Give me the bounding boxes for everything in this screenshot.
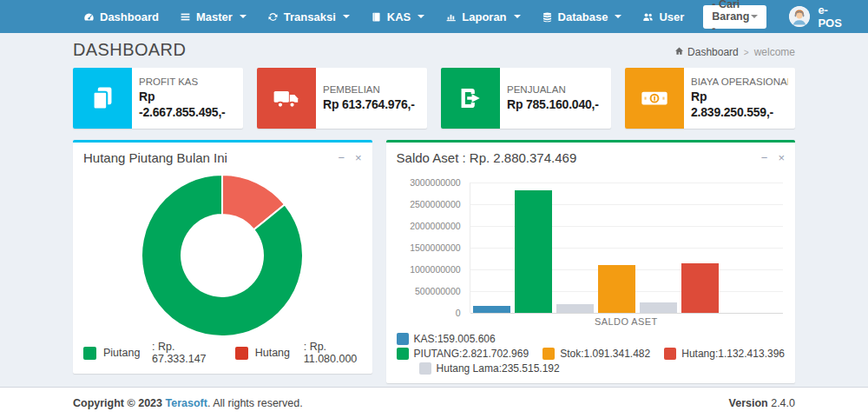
bar-chart-x-label: SALDO ASET xyxy=(470,316,783,327)
legend-text: PIUTANG:2.821.702.969 xyxy=(414,348,529,360)
money-icon xyxy=(625,68,684,129)
chevron-down-icon xyxy=(418,15,424,18)
card-biaya-operasional: BIAYA OPERASIONAL Rp 2.839.250.559,- xyxy=(625,68,795,129)
breadcrumb-dashboard-link[interactable]: Dashboard xyxy=(674,46,739,58)
chevron-down-icon xyxy=(514,15,521,18)
nav-database[interactable]: Database xyxy=(531,0,633,33)
home-icon xyxy=(674,46,684,58)
chevron-down-icon xyxy=(240,15,247,18)
y-tick-label: 1500000000 xyxy=(410,242,460,253)
legend-color-swatch xyxy=(542,348,555,360)
bar-kas xyxy=(473,306,510,313)
legend-color-swatch xyxy=(83,347,96,360)
card-label: PROFIT KAS xyxy=(139,76,226,87)
legend-item: Hutang Lama:235.515.192 xyxy=(419,362,560,375)
top-navbar: Dashboard Master Transaksi KAS xyxy=(0,0,868,33)
footer: Copyright © 2023 Terasoft. All rights re… xyxy=(0,387,868,418)
search-select[interactable]: - Cari Barang - xyxy=(703,5,766,29)
avatar xyxy=(789,6,810,27)
card-label: BIAYA OPERASIONAL xyxy=(691,76,788,87)
bar-piutang xyxy=(515,190,552,313)
y-tick-label: 0 xyxy=(456,308,461,318)
copyright-text: Copyright © 2023 xyxy=(73,397,162,409)
chevron-down-icon xyxy=(343,15,350,18)
legend-color-swatch xyxy=(664,348,676,360)
close-icon[interactable]: × xyxy=(778,152,785,163)
database-icon xyxy=(542,11,553,23)
nav-user[interactable]: User xyxy=(632,0,694,33)
legend-value: : Rp. 11.080.000 xyxy=(304,341,362,365)
nav-label: KAS xyxy=(387,10,411,23)
card-value: Rp -2.667.855.495,- xyxy=(139,89,226,120)
chevron-down-icon xyxy=(751,15,758,18)
close-icon[interactable]: × xyxy=(355,152,362,163)
bar-series xyxy=(556,304,594,313)
nav-label: Dashboard xyxy=(100,10,159,23)
nav-kas[interactable]: KAS xyxy=(360,0,435,33)
bar-chart-legend: KAS:159.005.606PIUTANG:2.821.702.969Stok… xyxy=(397,333,785,375)
bar-hutang xyxy=(681,263,719,313)
bar-legend-row: PIUTANG:2.821.702.969Stok:1.091.341.482H… xyxy=(397,348,785,360)
legend-item: PIUTANG:2.821.702.969 xyxy=(397,348,529,360)
legend-label: Piutang xyxy=(103,347,145,359)
hutang-piutang-donut-chart xyxy=(83,172,362,339)
sign-out-icon xyxy=(441,68,500,129)
card-label: PEMBELIAN xyxy=(323,84,415,95)
nav-label: User xyxy=(659,10,684,23)
legend-item-hutang: Hutang: Rp. 11.080.000 xyxy=(235,341,362,365)
saldo-aset-panel: Saldo Aset : Rp. 2.880.374.469 − × 30000… xyxy=(386,140,795,383)
chevron-down-icon xyxy=(615,15,621,18)
legend-color-swatch xyxy=(419,362,431,375)
card-pembelian: PEMBELIAN Rp 613.764.976,- xyxy=(257,68,427,129)
legend-item-piutang: Piutang: Rp. 67.333.147 xyxy=(83,341,211,365)
nav-label: Transaksi xyxy=(284,10,336,23)
donut-legend: Piutang: Rp. 67.333.147Hutang: Rp. 11.08… xyxy=(83,341,362,365)
footer-version: Version 2.4.0 xyxy=(729,397,795,409)
stat-cards-row: PROFIT KAS Rp -2.667.855.495,- PEMBELIAN… xyxy=(73,68,795,129)
card-penjualan: PENJUALAN Rp 785.160.040,- xyxy=(441,68,611,129)
panel-title: Hutang Piutang Bulan Ini xyxy=(83,150,227,165)
bar-chart-y-axis: 3000000000250000000020000000001500000000… xyxy=(397,182,468,313)
legend-text: Hutang:1.132.413.396 xyxy=(681,348,785,360)
bar-chart-icon xyxy=(445,11,457,23)
legend-item: Stok:1.091.341.482 xyxy=(542,348,650,360)
breadcrumb-separator: > xyxy=(744,48,749,57)
nav-label: Laporan xyxy=(462,10,506,23)
brand-label: e-POS xyxy=(818,3,841,30)
breadcrumb-current: welcome xyxy=(754,46,795,58)
list-icon xyxy=(180,11,191,23)
y-tick-label: 3000000000 xyxy=(410,177,460,188)
legend-value: : Rp. 67.333.147 xyxy=(152,341,211,365)
saldo-aset-bar-chart: 3000000000250000000020000000001500000000… xyxy=(397,177,785,330)
bar-legend-row: Hutang Lama:235.515.192 xyxy=(419,362,785,375)
legend-text: Hutang Lama:235.515.192 xyxy=(437,362,560,375)
bar-chart-plot xyxy=(470,182,783,313)
user-menu[interactable]: e-POS xyxy=(789,3,841,30)
y-tick-label: 1000000000 xyxy=(410,264,460,275)
collapse-icon[interactable]: − xyxy=(338,152,345,163)
bar-stok xyxy=(598,265,635,313)
y-tick-label: 500000000 xyxy=(415,286,461,296)
nav-dashboard[interactable]: Dashboard xyxy=(73,0,169,33)
legend-item: Hutang:1.132.413.396 xyxy=(664,348,785,360)
dashboard-icon xyxy=(83,11,95,23)
nav-transaksi[interactable]: Transaksi xyxy=(257,0,360,33)
bar-hutang-lama xyxy=(640,302,677,313)
refresh-icon xyxy=(267,11,279,23)
y-tick-label: 2500000000 xyxy=(410,199,460,209)
nav-label: Master xyxy=(196,10,233,23)
legend-color-swatch xyxy=(397,348,409,360)
terasoft-link[interactable]: Terasoft xyxy=(165,397,207,409)
users-icon xyxy=(642,11,654,23)
card-value: Rp 613.764.976,- xyxy=(323,96,415,112)
legend-color-swatch xyxy=(235,347,248,360)
gridline xyxy=(470,182,783,183)
hutang-piutang-panel: Hutang Piutang Bulan Ini − × Piutang: Rp… xyxy=(73,140,372,374)
card-profit-kas: PROFIT KAS Rp -2.667.855.495,- xyxy=(73,68,243,129)
panel-title: Saldo Aset : Rp. 2.880.374.469 xyxy=(397,150,577,165)
collapse-icon[interactable]: − xyxy=(761,152,768,163)
gridline xyxy=(470,313,783,314)
nav-laporan[interactable]: Laporan xyxy=(435,0,530,33)
nav-master[interactable]: Master xyxy=(169,0,257,33)
copy-icon xyxy=(73,68,132,129)
